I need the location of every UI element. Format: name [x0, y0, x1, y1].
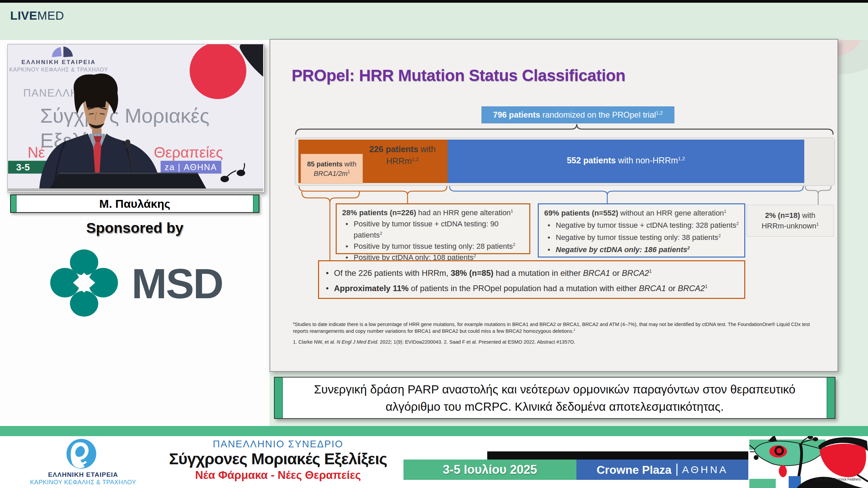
footer-black-strip [487, 451, 748, 460]
lecture-title-line1: Συνεργική δράση PARP αναστολής και νεότε… [314, 381, 795, 398]
slide-title: PROpel: HRR Mutation Status Classificati… [292, 66, 625, 85]
top-bar [0, 3, 868, 40]
summary-bullet-1: Of the 226 patients with HRRm, 38% (n=85… [322, 265, 741, 281]
msd-logo-text: MSD [132, 259, 223, 308]
speaker-name: Μ. Παυλάκης [11, 195, 259, 212]
speaker-video[interactable]: ΕΛΛΗΝΙΚΗ ΕΤΑΙΡΕΙΑ ΚΑΡΚΙΝΟΥ ΚΕΦΑΛΗΣ & ΤΡΑ… [7, 44, 264, 192]
hrrm-unknown-line1: 2% (n=18) with [765, 210, 815, 221]
hrr-positive-bullet-1: Positive by tumor tissue + ctDNA testing… [342, 218, 524, 241]
msd-logo-icon [47, 249, 121, 317]
backdrop-venue-fragment: za | ΑΘΗΝΑ [165, 162, 217, 172]
hrr-negative-bullet-1: Negative by tumor tissue + ctDNA testing… [544, 219, 739, 231]
congress-subtitle: Νέα Φάρμακα - Νέες Θεραπείες [163, 469, 393, 482]
hrr-positive-bullet-2: Positive by tumor tissue testing only: 2… [342, 241, 524, 252]
congress-title-block: ΠΑΝΕΛΛΗΝΙΟ ΣΥΝΕΔΡΙΟ Σύγχρονες Μοριακές Ε… [163, 439, 393, 482]
hrr-negative-bullet-2: Negative by tumor tissue testing only: 3… [544, 231, 739, 244]
brca-label-line1: 85 patients with [307, 159, 357, 169]
footnote: aStudies to date indicate there is a low… [293, 321, 824, 334]
congress-label: ΠΑΝΕΛΛΗΝΙΟ ΣΥΝΕΔΡΙΟ [163, 439, 393, 450]
unknown-brace [805, 186, 831, 205]
hrr-positive-header: 28% patients (n=226) had an HRR gene alt… [342, 207, 524, 218]
randomized-text: 796 patients randomized on the PROpel tr… [493, 110, 663, 120]
society-logo-icon [64, 439, 100, 470]
hrrm-unknown-line2: HRRm-unknown1 [762, 221, 819, 231]
hrr-negative-bullet-3: Negative by ctDNA only: 186 patients2 [544, 244, 739, 256]
livemed-logo-bold: LIVE [10, 9, 37, 22]
summary-bullet-2: Approximately 11% of patients in the PRO… [322, 281, 741, 296]
podium-edge [8, 188, 263, 191]
reference: 1. Clarke NW, et al. N Engl J Med Evid. … [293, 339, 824, 345]
backdrop-red-right: Θεραπείες [154, 144, 223, 161]
msd-logo: MSD [0, 249, 270, 317]
speaker-nameplate: Μ. Παυλάκης [10, 195, 259, 213]
backdrop-title-right: ς Μοριακές [109, 104, 209, 127]
screen: LIVEMED ΕΛΛΗΝΙΚΗ ΕΤΑΙΡΕΙΑ ΚΑΡΚΙΝΟΥ ΚΕΦΑΛ… [0, 0, 868, 488]
artwork-caption: Joan Miro / Peacock Feathers [816, 477, 861, 481]
backdrop-date-fragment: 3-5 [16, 162, 30, 172]
backdrop-red-left: Νέ [27, 144, 45, 161]
livemed-logo: LIVEMED [10, 9, 64, 22]
footer-green-band [0, 426, 868, 436]
venue-name: Crowne Plaza [596, 463, 671, 476]
total-brace [296, 124, 833, 134]
hrrm-unknown-box: 2% (n=18) with HRRm-unknown1 [747, 205, 834, 237]
lecture-title-line2: αλγόριθμο του mCRPC. Κλινικά δεδομένα απ… [386, 398, 724, 415]
venue-box: Crowne Plaza ΑΘΗΝΑ [576, 460, 748, 480]
venue-city: ΑΘΗΝΑ [682, 464, 728, 475]
backdrop-society-line1: ΕΛΛΗΝΙΚΗ ΕΤΑΙΡΕΙΑ [21, 59, 96, 65]
speaker-video-canvas: ΕΛΛΗΝΙΚΗ ΕΤΑΙΡΕΙΑ ΚΑΡΚΙΝΟΥ ΚΕΦΑΛΗΣ & ΤΡΑ… [8, 44, 263, 191]
sponsored-label: Sponsored by [0, 220, 270, 236]
non-hrrm-bar-label: 552 patients with non-HRRm1,2 [448, 156, 804, 165]
hrrm-label-line1: 226 patients with [357, 143, 448, 155]
hrr-negative-header: 69% patients (n=552) without an HRR gene… [544, 207, 739, 219]
lecture-title-banner: Συνεργική δράση PARP αναστολής και νεότε… [274, 377, 835, 419]
banner-right-cap [827, 378, 835, 418]
slide-panel: PROpel: HRR Mutation Status Classificati… [270, 39, 838, 372]
venue-divider [676, 464, 677, 476]
lecture-title: Συνεργική δράση PARP αναστολής και νεότε… [285, 378, 825, 418]
hrrm-label-line2: HRRm1,2 [357, 155, 448, 167]
non-hrrm-brace [450, 186, 803, 203]
hrrm-brace [299, 186, 447, 203]
brca-summary-box: Of the 226 patients with HRRm, 38% (n=85… [318, 260, 745, 299]
backdrop-society-line2: ΚΑΡΚΙΝΟΥ ΚΕΦΑΛΗΣ & ΤΡΑΧΗΛΟΥ [9, 67, 108, 73]
society-name-line1: ΕΛΛΗΝΙΚΗ ΕΤΑΙΡΕΙΑ [17, 471, 149, 479]
hrr-negative-box: 69% patients (n=552) without an HRR gene… [538, 203, 745, 258]
date-box: 3-5 Ιουλίου 2025 [403, 460, 576, 480]
livemed-logo-rest: MED [37, 9, 64, 22]
hrrm-bar-label: 226 patients with HRRm1,2 [357, 143, 448, 167]
congress-title: Σύγχρονες Μοριακές Εξελίξεις [163, 450, 393, 468]
society-name-line2: ΚΑΡΚΙΝΟΥ ΚΕΦΑΛΗΣ & ΤΡΑΧΗΛΟΥ [10, 479, 156, 486]
miro-artwork: Joan Miro / Peacock Feathers [749, 436, 868, 488]
banner-left-cap [275, 378, 283, 418]
backdrop-red-circle [190, 44, 246, 99]
randomized-box: 796 patients randomized on the PROpel tr… [481, 106, 674, 123]
window-top-strip [0, 0, 868, 3]
brca-subgroup-box: 85 patients with BRCA1/2m1 [301, 154, 363, 184]
brca-label-line2: BRCA1/2m1 [314, 169, 350, 178]
hrr-positive-box: 28% patients (n=226) had an HRR gene alt… [336, 203, 530, 254]
